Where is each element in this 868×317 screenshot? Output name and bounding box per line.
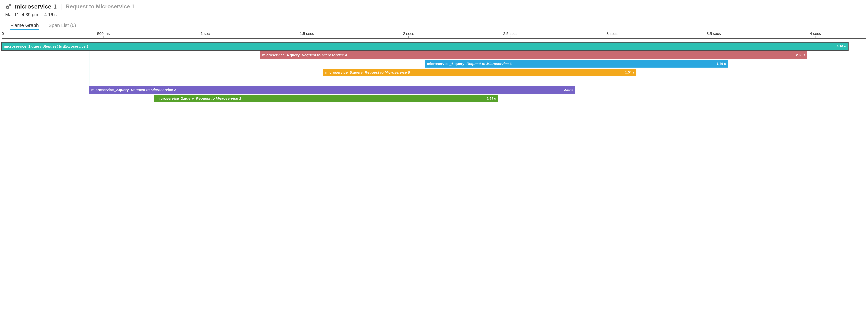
axis-tick-label: 1.5 secs: [300, 31, 314, 36]
span-operation: microservice_3.query: [156, 96, 195, 100]
span-duration: 1.49 s: [717, 62, 726, 66]
span-connector: [323, 59, 324, 69]
trace-header: microservice-1 | Request to Microservice…: [0, 0, 868, 11]
axis-tick-label: 1 sec: [200, 31, 210, 36]
span-duration: 1.54 s: [625, 70, 634, 74]
gears-icon: [5, 3, 12, 10]
span-description: Request to Microservice 1: [43, 44, 89, 48]
trace-total-duration: 4.16 s: [44, 12, 57, 18]
axis-tick: 1.5 secs: [300, 31, 314, 38]
header-separator: |: [60, 3, 62, 10]
flame-graph: microservice_1.query Request to Microser…: [0, 42, 868, 103]
tab-flame-graph[interactable]: Flame Graph: [10, 23, 39, 30]
span-bar[interactable]: microservice_6.query Request to Microser…: [425, 60, 728, 67]
view-tabs: Flame Graph Span List (6): [0, 18, 868, 30]
span-operation: microservice_2.query: [91, 88, 130, 92]
axis-tick: 2.5 secs: [503, 31, 517, 38]
span-duration: 4.16 s: [837, 45, 846, 48]
span-description: Request to Microservice 5: [365, 70, 410, 74]
span-description: Request to Microservice 3: [196, 96, 241, 100]
axis-tick-label: 3.5 secs: [707, 31, 721, 36]
span-bar[interactable]: microservice_3.query Request to Microser…: [154, 95, 498, 102]
axis-tick: 0: [2, 31, 4, 38]
span-description: Request to Microservice 4: [302, 53, 347, 57]
axis-tick-label: 4 secs: [810, 31, 821, 36]
axis-tick: 4 secs: [810, 31, 821, 38]
time-axis: 0500 ms1 sec1.5 secs2 secs2.5 secs3 secs…: [0, 31, 868, 40]
axis-tick: 3.5 secs: [707, 31, 721, 38]
span-bar[interactable]: microservice_2.query Request to Microser…: [89, 86, 576, 94]
axis-tick-label: 500 ms: [97, 31, 110, 36]
axis-tick-label: 2 secs: [403, 31, 414, 36]
axis-tick: 2 secs: [403, 31, 414, 38]
span-connector: [90, 51, 90, 86]
span-operation: microservice_5.query: [325, 70, 364, 74]
request-title: Request to Microservice 1: [66, 3, 134, 10]
axis-tick-label: 2.5 secs: [503, 31, 517, 36]
axis-tick: 500 ms: [97, 31, 110, 38]
span-bar[interactable]: microservice_4.query Request to Microser…: [260, 51, 807, 59]
span-bar[interactable]: microservice_5.query Request to Microser…: [323, 68, 637, 76]
span-bar[interactable]: microservice_1.query Request to Microser…: [2, 42, 848, 50]
tab-span-list[interactable]: Span List (6): [49, 23, 76, 30]
axis-tick-label: 0: [2, 31, 4, 36]
flame-graph-inner: microservice_1.query Request to Microser…: [2, 42, 866, 103]
span-duration: 2.69 s: [796, 53, 805, 57]
span-duration: 2.39 s: [564, 88, 574, 92]
trace-timestamp: Mar 11, 4:39 pm: [5, 12, 38, 18]
span-operation: microservice_1.query: [4, 44, 42, 48]
trace-subheader: Mar 11, 4:39 pm 4.16 s: [0, 11, 868, 18]
span-operation: microservice_6.query: [427, 62, 465, 66]
axis-tick: 3 secs: [607, 31, 618, 38]
span-description: Request to Microservice 6: [466, 62, 512, 66]
svg-point-2: [9, 4, 10, 5]
axis-tick: 1 sec: [200, 31, 210, 38]
axis-tick-label: 3 secs: [607, 31, 618, 36]
span-description: Request to Microservice 2: [131, 88, 176, 92]
service-name: microservice-1: [15, 3, 57, 10]
span-operation: microservice_4.query: [262, 53, 301, 57]
svg-point-1: [7, 7, 8, 8]
span-duration: 1.69 s: [487, 96, 496, 100]
